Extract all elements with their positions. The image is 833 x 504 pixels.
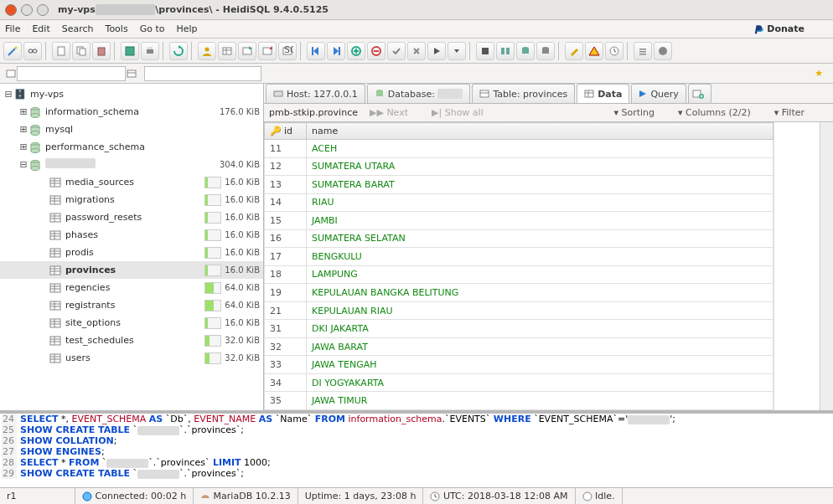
table-row[interactable]: 32JAWA BARAT — [265, 337, 774, 356]
cell-id[interactable]: 16 — [265, 229, 307, 248]
tool-first[interactable] — [307, 42, 325, 60]
table-row[interactable]: 12SUMATERA UTARA — [265, 157, 774, 176]
tool-db1[interactable] — [516, 42, 535, 60]
table-row[interactable]: 33JAWA TENGAH — [265, 356, 774, 374]
tab-data[interactable]: Data — [577, 84, 629, 103]
tool-table[interactable] — [218, 42, 236, 60]
cell-id[interactable]: 21 — [265, 301, 307, 320]
tree-table[interactable]: migrations16.0 KiB — [0, 191, 263, 208]
columns-dropdown[interactable]: ▾ Columns (2/2) — [678, 107, 763, 118]
tool-paste[interactable] — [92, 42, 111, 60]
table-row[interactable]: 19KEPULAUAN BANGKA BELITUNG — [265, 284, 774, 302]
menu-tools[interactable]: Tools — [106, 23, 128, 34]
cell-id[interactable]: 11 — [265, 140, 307, 158]
tool-edit[interactable] — [565, 42, 583, 60]
tree-db-current[interactable]: ⊟304.0 KiB — [0, 156, 263, 173]
cell-id[interactable]: 35 — [265, 392, 307, 410]
tree-table[interactable]: prodis16.0 KiB — [0, 244, 263, 261]
tree-db[interactable]: ⊞mysql — [0, 121, 263, 138]
tool-new[interactable] — [52, 42, 70, 60]
menu-goto[interactable]: Go to — [140, 23, 165, 34]
cell-id[interactable]: 33 — [265, 356, 307, 374]
window-minimize-button[interactable] — [21, 4, 33, 16]
next-button[interactable]: ▶▶ Next — [370, 107, 420, 118]
favorite-icon[interactable]: ★ — [815, 68, 823, 79]
cell-name[interactable]: JAMBI — [307, 212, 774, 230]
cell-id[interactable]: 18 — [265, 265, 307, 284]
object-tree[interactable]: ⊟🗄️my-vps⊞information_schema176.0 KiB⊞my… — [0, 84, 264, 410]
cell-id[interactable]: 14 — [265, 193, 307, 212]
cell-name[interactable]: ACEH — [307, 140, 774, 158]
tool-print[interactable] — [141, 42, 159, 60]
cell-id[interactable]: 12 — [265, 157, 307, 176]
cell-name[interactable]: RIAU — [307, 193, 774, 212]
tree-db[interactable]: ⊞performance_schema — [0, 138, 263, 156]
tree-table[interactable]: regencies64.0 KiB — [0, 279, 263, 296]
table-row[interactable]: 14RIAU — [265, 193, 774, 212]
cell-id[interactable]: 13 — [265, 176, 307, 194]
vertical-scrollbar[interactable] — [820, 122, 833, 410]
tool-db2[interactable] — [536, 42, 555, 60]
data-grid[interactable]: 🔑id name 11ACEH12SUMATERA UTARA13SUMATER… — [264, 122, 774, 410]
menu-search[interactable]: Search — [62, 23, 94, 34]
tool-sql[interactable]: SQL — [278, 42, 297, 60]
tree-server[interactable]: ⊟🗄️my-vps — [0, 85, 263, 103]
tool-wand[interactable] — [3, 42, 22, 60]
tool-refresh[interactable] — [169, 42, 188, 60]
menu-edit[interactable]: Edit — [32, 23, 49, 34]
table-row[interactable]: 34DI YOGYAKARTA — [265, 373, 774, 392]
cell-name[interactable]: SUMATERA BARAT — [307, 176, 774, 194]
cell-name[interactable]: JAWA TIMUR — [307, 392, 774, 410]
menu-file[interactable]: File — [5, 23, 20, 34]
table-row[interactable]: 13SUMATERA BARAT — [265, 176, 774, 194]
window-maximize-button[interactable] — [37, 4, 49, 16]
tab-host[interactable]: Host: 127.0.0.1 — [266, 84, 365, 103]
tool-time[interactable] — [605, 42, 623, 60]
tree-table[interactable]: media_sources16.0 KiB — [0, 173, 263, 191]
show-all-button[interactable]: ▶| Show all — [432, 107, 495, 118]
column-header-name[interactable]: name — [307, 123, 774, 140]
table-row[interactable]: 18LAMPUNG — [265, 265, 774, 284]
tree-table[interactable]: users32.0 KiB — [0, 349, 263, 367]
tab-database[interactable]: Database: — [367, 84, 471, 103]
cell-name[interactable]: BENGKULU — [307, 248, 774, 266]
tool-import[interactable] — [258, 42, 277, 60]
sql-log-pane[interactable]: 24SELECT *, EVENT_SCHEMA AS `Db`, EVENT_… — [0, 410, 833, 487]
table-row[interactable]: 21KEPULAUAN RIAU — [265, 301, 774, 320]
donate-button[interactable]: Donate — [753, 23, 816, 35]
cell-name[interactable]: KEPULAUAN BANGKA BELITUNG — [307, 284, 774, 302]
cell-name[interactable]: DKI JAKARTA — [307, 320, 774, 338]
tool-add[interactable] — [347, 42, 365, 60]
cell-id[interactable]: 19 — [265, 284, 307, 302]
tool-last[interactable] — [327, 42, 345, 60]
tab-table[interactable]: Table: provinces — [472, 84, 575, 103]
column-header-id[interactable]: 🔑id — [265, 123, 307, 140]
tool-run[interactable] — [427, 42, 446, 60]
cell-id[interactable]: 34 — [265, 373, 307, 392]
tool-export[interactable] — [238, 42, 256, 60]
menu-help[interactable]: Help — [176, 23, 197, 34]
cell-id[interactable]: 15 — [265, 212, 307, 230]
table-row[interactable]: 35JAWA TIMUR — [265, 392, 774, 410]
table-filter-input[interactable] — [144, 66, 261, 81]
cell-name[interactable]: JAWA TENGAH — [307, 356, 774, 374]
cell-name[interactable]: LAMPUNG — [307, 265, 774, 284]
table-row[interactable]: 16SUMATERA SELATAN — [265, 229, 774, 248]
tab-new-query[interactable] — [688, 84, 711, 103]
tool-save[interactable] — [121, 42, 139, 60]
tool-run-dropdown[interactable] — [448, 42, 466, 60]
cell-id[interactable]: 32 — [265, 337, 307, 356]
tree-table[interactable]: phases16.0 KiB — [0, 226, 263, 244]
window-close-button[interactable] — [5, 4, 17, 16]
table-row[interactable]: 17BENGKULU — [265, 248, 774, 266]
sorting-dropdown[interactable]: ▾ Sorting — [613, 107, 666, 118]
tree-table[interactable]: password_resets16.0 KiB — [0, 208, 263, 226]
tool-remove[interactable] — [367, 42, 385, 60]
cell-id[interactable]: 17 — [265, 248, 307, 266]
cell-name[interactable]: JAWA BARAT — [307, 337, 774, 356]
tool-settings[interactable] — [634, 42, 652, 60]
tree-table[interactable]: site_options16.0 KiB — [0, 314, 263, 332]
tool-apply[interactable] — [387, 42, 406, 60]
tool-link[interactable] — [23, 42, 42, 60]
tree-db[interactable]: ⊞information_schema176.0 KiB — [0, 103, 263, 121]
